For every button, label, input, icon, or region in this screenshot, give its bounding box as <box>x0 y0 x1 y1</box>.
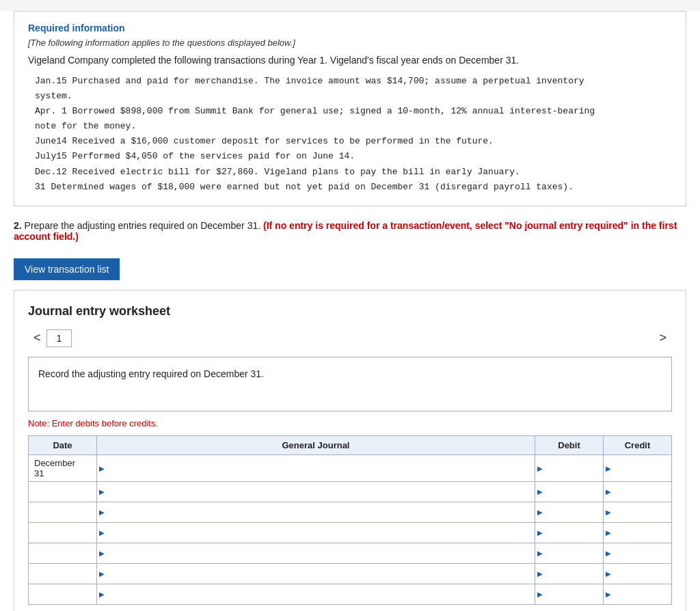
arrow-indicator: ▶ <box>606 508 611 516</box>
date-cell <box>29 522 97 543</box>
credit-cell[interactable]: ▶ <box>604 563 672 584</box>
arrow-indicator: ▶ <box>99 488 105 495</box>
credit-input[interactable] <box>604 482 671 502</box>
journal-input[interactable] <box>97 584 535 604</box>
journal-cell[interactable]: ▶ <box>97 481 535 502</box>
debit-input[interactable] <box>535 564 603 584</box>
journal-input[interactable] <box>97 543 535 563</box>
credit-input[interactable] <box>604 584 671 604</box>
journal-cell[interactable]: ▶ <box>97 522 535 543</box>
credit-cell[interactable]: ▶ <box>604 543 672 563</box>
list-item: note for the money. <box>35 119 672 134</box>
credit-cell[interactable]: ▶ <box>604 584 672 604</box>
journal-cell[interactable]: ▶ <box>97 584 535 604</box>
next-page-button[interactable]: > <box>654 329 672 347</box>
arrow-indicator: ▶ <box>606 570 611 578</box>
arrow-indicator: ▶ <box>99 508 105 516</box>
view-transaction-list-button[interactable]: View transaction list <box>14 258 120 280</box>
credit-cell[interactable]: ▶ <box>604 454 672 481</box>
list-item: July15 Performed $4,050 of the services … <box>35 149 672 164</box>
journal-input[interactable] <box>97 502 535 522</box>
instruction-box: Record the adjusting entry required on D… <box>28 357 672 411</box>
question-number: 2. <box>14 220 22 231</box>
arrow-indicator: ▶ <box>537 570 543 578</box>
arrow-indicator: ▶ <box>537 508 543 516</box>
debit-input[interactable] <box>535 455 603 481</box>
date-cell <box>29 502 97 522</box>
general-journal-column-header: General Journal <box>97 435 535 454</box>
date-column-header: Date <box>29 435 97 454</box>
debit-cell[interactable]: ▶ <box>535 584 604 604</box>
table-row: ▶ ▶ ▶ <box>29 502 672 522</box>
date-cell <box>29 563 97 584</box>
credit-input[interactable] <box>604 564 671 584</box>
arrow-indicator: ▶ <box>606 488 611 495</box>
debit-input[interactable] <box>535 543 603 563</box>
arrow-indicator: ▶ <box>537 529 543 537</box>
page-wrapper: Required information [The following info… <box>0 11 700 611</box>
arrow-indicator: ▶ <box>99 529 105 537</box>
required-info-title: Required information <box>28 23 672 33</box>
journal-input[interactable] <box>97 564 535 584</box>
table-row: ▶ ▶ ▶ <box>29 522 672 543</box>
table-row: ▶ ▶ ▶ <box>29 481 672 502</box>
prev-page-button[interactable]: < <box>28 329 46 347</box>
journal-table: Date General Journal Debit Credit Decemb… <box>28 435 672 605</box>
list-item: June14 Received a $16,000 customer depos… <box>35 134 672 149</box>
debit-input[interactable] <box>535 482 603 502</box>
journal-cell[interactable]: ▶ <box>97 543 535 563</box>
debit-input[interactable] <box>535 502 603 522</box>
arrow-indicator: ▶ <box>606 549 611 557</box>
debit-input[interactable] <box>535 584 603 604</box>
required-info-section: Required information [The following info… <box>14 11 686 206</box>
credit-input[interactable] <box>604 523 671 543</box>
required-info-intro: Vigeland Company completed the following… <box>28 55 672 66</box>
credit-input[interactable] <box>604 502 671 522</box>
credit-cell[interactable]: ▶ <box>604 502 672 522</box>
arrow-indicator: ▶ <box>99 590 105 598</box>
instruction-text: Record the adjusting entry required on D… <box>38 368 264 379</box>
debit-cell[interactable]: ▶ <box>535 502 604 522</box>
arrow-indicator: ▶ <box>606 590 611 598</box>
arrow-indicator: ▶ <box>99 464 105 472</box>
credit-input[interactable] <box>604 455 671 481</box>
transaction-list: Jan.15 Purchased and paid for merchandis… <box>35 74 672 195</box>
journal-worksheet-title: Journal entry worksheet <box>28 304 672 318</box>
journal-cell[interactable]: ▶ <box>97 563 535 584</box>
table-row: ▶ ▶ ▶ <box>29 584 672 604</box>
date-cell: December31 <box>29 454 97 481</box>
journal-input[interactable] <box>97 482 535 502</box>
arrow-indicator: ▶ <box>537 549 543 557</box>
debit-cell[interactable]: ▶ <box>535 563 604 584</box>
journal-cell[interactable]: ▶ <box>97 502 535 522</box>
arrow-indicator: ▶ <box>606 464 611 472</box>
required-info-subtitle: [The following information applies to th… <box>28 38 672 48</box>
journal-input[interactable] <box>97 455 535 481</box>
date-cell <box>29 543 97 563</box>
arrow-indicator: ▶ <box>537 590 543 598</box>
arrow-indicator: ▶ <box>99 570 105 578</box>
list-item: 31 Determined wages of $18,000 were earn… <box>35 180 672 195</box>
debit-cell[interactable]: ▶ <box>535 522 604 543</box>
debit-cell[interactable]: ▶ <box>535 543 604 563</box>
debit-cell[interactable]: ▶ <box>535 481 604 502</box>
page-navigation: < 1 > <box>28 329 672 347</box>
question-section: 2. Prepare the adjusting entries require… <box>14 220 686 242</box>
page-number-box: 1 <box>46 329 72 347</box>
date-cell <box>29 481 97 502</box>
journal-cell[interactable]: ▶ <box>97 454 535 481</box>
debit-input[interactable] <box>535 523 603 543</box>
journal-input[interactable] <box>97 523 535 543</box>
debit-column-header: Debit <box>535 435 604 454</box>
table-row: ▶ ▶ ▶ <box>29 563 672 584</box>
list-item: Apr. 1 Borrowed $898,000 from Summit Ban… <box>35 104 672 119</box>
list-item: Dec.12 Received electric bill for $27,86… <box>35 165 672 180</box>
arrow-indicator: ▶ <box>606 529 611 537</box>
credit-input[interactable] <box>604 543 671 563</box>
arrow-indicator: ▶ <box>537 488 543 495</box>
table-row: ▶ ▶ ▶ <box>29 543 672 563</box>
credit-cell[interactable]: ▶ <box>604 522 672 543</box>
credit-cell[interactable]: ▶ <box>604 481 672 502</box>
table-row: December31 ▶ ▶ ▶ <box>29 454 672 481</box>
debit-cell[interactable]: ▶ <box>535 454 604 481</box>
